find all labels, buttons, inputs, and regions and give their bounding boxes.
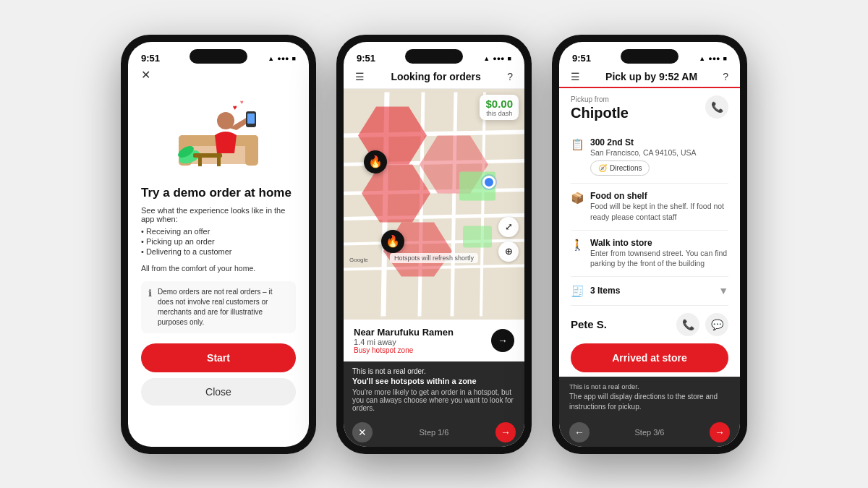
pickup-name: Chipotle [571, 105, 629, 121]
status-icons-2: ▲ ●●● ■ [483, 55, 511, 62]
arrived-at-store-button[interactable]: Arrived at store [571, 343, 728, 372]
phone3-demo-banner: This is not a real order. The app will d… [559, 377, 740, 418]
map-svg [344, 89, 524, 320]
svg-rect-30 [463, 226, 492, 247]
info-box: ℹ Demo orders are not real orders – it d… [141, 281, 296, 333]
info-icon: ℹ [148, 288, 152, 328]
pickup-row: Pickup from Chipotle 📞 [571, 95, 728, 127]
demo-banner-2: This is not a real order. You'll see hot… [344, 361, 524, 418]
walk-info: Walk into store Enter from townsend stre… [590, 238, 728, 269]
forward-button[interactable]: → [710, 422, 730, 442]
earnings-label: this dash [485, 110, 513, 117]
menu-icon-3[interactable]: ☰ [571, 71, 580, 82]
map-area: $0.00 this dash 🔥 🔥 ⤢ ⊕ Hotspots will re… [344, 89, 524, 320]
directions-button[interactable]: 🧭 Directions [590, 160, 650, 176]
customer-row: Pete S. 📞 💬 [571, 306, 728, 343]
walk-title: Walk into store [590, 238, 728, 248]
food-shelf-section: 📦 Food on shelf Food will be kept in the… [571, 184, 728, 230]
walk-text: Enter from townsend street. You can find… [590, 248, 728, 269]
demo-text-3: The app will display directions to the s… [569, 392, 730, 412]
info-text: Demo orders are not real orders – it doe… [158, 287, 289, 328]
dynamic-island-2 [405, 49, 463, 64]
phone-1-screen: 9:51 ▲ ●●● ■ ✕ [128, 42, 309, 447]
time-1: 9:51 [141, 53, 160, 64]
svg-rect-11 [193, 153, 222, 158]
next-step-button[interactable]: → [495, 422, 516, 442]
demo-title: Try a demo order at home [141, 186, 296, 200]
step-label-3: Step 3/6 [635, 428, 665, 437]
wifi-icon: ▲ [268, 55, 274, 62]
address-section: 📋 300 2nd St San Francisco, CA 94105, US… [571, 130, 728, 184]
location-dist: 1.4 mi away [354, 338, 454, 346]
close-icon[interactable]: ✕ [141, 68, 296, 82]
help-icon[interactable]: ? [507, 71, 513, 82]
location-tag: Busy hotspot zone [354, 346, 454, 354]
chevron-down-icon[interactable]: ▼ [718, 285, 728, 296]
dash-circle-icon[interactable]: → [491, 329, 514, 352]
directions-label: Directions [610, 164, 642, 172]
customer-message-button[interactable]: 💬 [705, 313, 728, 336]
walk-into-section: 🚶 Walk into store Enter from townsend st… [571, 231, 728, 277]
list-item-3: Delivering to a customer [141, 247, 296, 257]
phone-2-screen: 9:51 ▲ ●●● ■ ☰ Looking for orders ? [344, 42, 524, 447]
items-row: 🧾 3 Items ▼ [571, 277, 728, 306]
locate-icon[interactable]: ⊕ [498, 241, 519, 262]
items-label: 3 Items [590, 286, 620, 296]
pickup-time-title: Pick up by 9:52 AM [605, 71, 697, 82]
demo-subtitle: See what the experience looks like in th… [141, 206, 296, 223]
dasher-marker-1: 🔥 [364, 150, 387, 174]
svg-rect-13 [217, 158, 221, 166]
address-line1: 300 2nd St [590, 137, 728, 147]
help-icon-3[interactable]: ? [723, 71, 728, 82]
customer-name: Pete S. [571, 318, 607, 330]
phone-3-screen: 9:51 ▲ ●●● ■ ☰ Pick up by 9:52 AM ? Pick… [559, 42, 740, 447]
phone-call-button[interactable]: 📞 [705, 95, 728, 119]
phone-3: 9:51 ▲ ●●● ■ ☰ Pick up by 9:52 AM ? Pick… [552, 35, 747, 454]
battery-icon: ■ [292, 55, 296, 62]
menu-icon[interactable]: ☰ [355, 71, 365, 82]
phone-1: 9:51 ▲ ●●● ■ ✕ [121, 35, 316, 454]
expand-icon[interactable]: ⤢ [498, 217, 519, 237]
wifi-icon-2: ▲ [483, 55, 490, 62]
step-label-2: Step 1/6 [420, 428, 449, 437]
hotspot-label: Hotspots will refresh shortly [390, 253, 478, 263]
phone1-content: ✕ [128, 68, 309, 447]
phone3-content: Pickup from Chipotle 📞 📋 300 2nd St San … [559, 88, 740, 377]
demo-banner-text: You're more likely to get an order in a … [352, 388, 516, 412]
dasher-marker-2: 🔥 [381, 230, 404, 253]
google-credit: Google [349, 257, 368, 263]
demo-note: All from the comfort of your home. [141, 264, 296, 273]
signal-icon-3: ●●● [708, 55, 720, 62]
signal-icon: ●●● [277, 55, 289, 62]
location-name: Near Marufuku Ramen [354, 327, 454, 338]
food-title: Food on shelf [590, 191, 728, 201]
address-line2: San Francisco, CA 94105, USA [590, 147, 728, 158]
map-controls: ⤢ ⊕ [498, 217, 519, 262]
demo-banner-footer-2: ✕ Step 1/6 → [344, 418, 524, 447]
walk-icon: 🚶 [571, 239, 584, 252]
phone-2: 9:51 ▲ ●●● ■ ☰ Looking for orders ? [336, 35, 532, 454]
list-item-2: Picking up an order [141, 236, 296, 247]
demo-top-3: This is not a real order. [569, 382, 730, 390]
list-item-1: Receiving an offer [141, 226, 296, 236]
start-button[interactable]: Start [141, 343, 296, 372]
demo-list: Receiving an offer Picking up an order D… [141, 226, 296, 257]
back-button[interactable]: ← [569, 422, 590, 442]
demo-illustration: ♥ ♥ [168, 88, 269, 175]
shelf-icon: 📦 [571, 192, 584, 205]
phones-container: 9:51 ▲ ●●● ■ ✕ [121, 35, 747, 454]
customer-call-button[interactable]: 📞 [676, 313, 699, 336]
battery-icon-2: ■ [508, 55, 511, 62]
items-left: 🧾 3 Items [571, 284, 620, 298]
close-button[interactable]: Close [141, 378, 296, 406]
food-info: Food on shelf Food will be kept in the s… [590, 191, 728, 222]
close-step-button[interactable]: ✕ [352, 422, 373, 442]
phone2-header: ☰ Looking for orders ? [344, 68, 524, 89]
status-icons-3: ▲ ●●● ■ [699, 55, 727, 62]
status-icons-1: ▲ ●●● ■ [268, 55, 296, 62]
phone3-footer: ← Step 3/6 → [559, 418, 740, 447]
location-icon: 📋 [571, 138, 584, 151]
time-2: 9:51 [357, 53, 375, 64]
earnings-badge: $0.00 this dash [480, 95, 519, 120]
demo-banner-top: This is not a real order. [352, 367, 516, 375]
